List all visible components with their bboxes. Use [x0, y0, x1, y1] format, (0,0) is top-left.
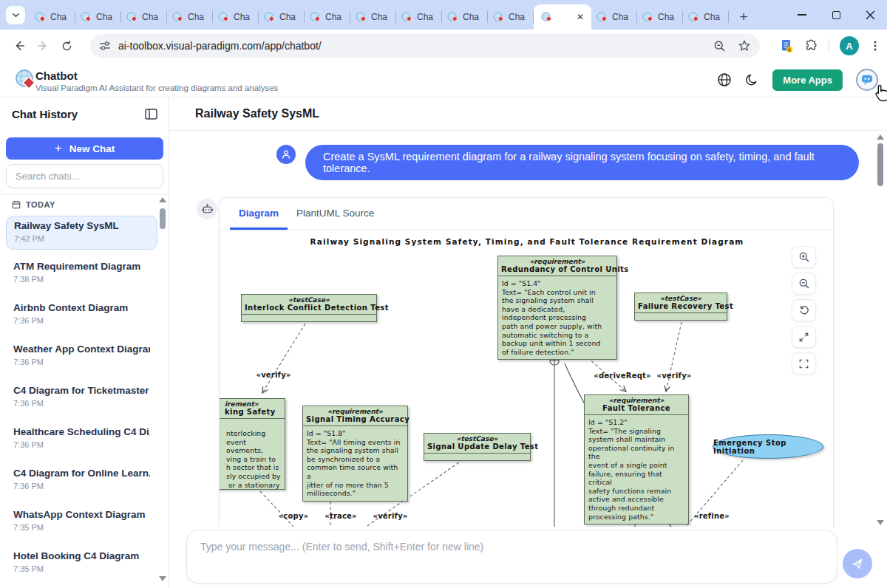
profile-avatar[interactable]: A: [840, 36, 859, 55]
chrome-menu-icon[interactable]: [869, 40, 881, 52]
chat-history-item[interactable]: Weather App Context Diagram 7:36 PM: [6, 340, 157, 374]
search-chats-input[interactable]: [6, 164, 163, 188]
sidebar-scrollbar-thumb[interactable]: [160, 208, 166, 229]
browser-tab[interactable]: Cha: [167, 6, 213, 28]
chat-item-title: Hotel Booking C4 Diagram: [13, 550, 150, 561]
tab-plantuml-source[interactable]: PlantUML Source: [288, 198, 383, 230]
address-bar[interactable]: ai-toolbox.visual-paradigm.com/app/chatb…: [90, 34, 760, 58]
language-globe-icon[interactable]: [717, 72, 732, 87]
docs-extension-icon[interactable]: [779, 38, 794, 53]
tab-close-icon[interactable]: ✕: [577, 13, 584, 21]
browser-tab[interactable]: Cha: [488, 6, 534, 28]
browser-tab[interactable]: Cha: [259, 6, 305, 28]
diagram-canvas[interactable]: Railway Signaling System Safety, Timing,…: [220, 230, 835, 527]
chat-history-item[interactable]: Healthcare Scheduling C4 Di... 7:36 PM: [6, 423, 157, 457]
fullscreen-button[interactable]: [792, 352, 816, 375]
forward-button[interactable]: [31, 34, 55, 58]
send-button[interactable]: [843, 549, 872, 578]
vp-favicon-icon: [642, 12, 653, 23]
new-tab-button[interactable]: +: [733, 7, 754, 27]
testcase-node-signal-update[interactable]: «testCase»Signal Update Delay Test: [424, 433, 531, 461]
reload-button[interactable]: [55, 34, 78, 58]
message-input[interactable]: [186, 530, 837, 584]
tab-search-button[interactable]: [6, 6, 25, 24]
browser-tab[interactable]: Cha: [305, 6, 350, 28]
expand-button[interactable]: [792, 326, 816, 348]
app-subtitle: Visual Paradigm AI Assistant for creatin…: [35, 83, 278, 92]
today-section-header: TODAY: [12, 200, 55, 209]
more-apps-button[interactable]: More Apps: [772, 69, 843, 91]
requirement-node-redundancy[interactable]: «requirement»Redundancy of Control Units…: [497, 256, 617, 360]
zoom-in-button[interactable]: [792, 246, 816, 268]
testcase-node-failure-recovery[interactable]: «testCase»Failure Recovery Test: [634, 293, 727, 321]
chat-item-title: Healthcare Scheduling C4 Di...: [13, 426, 150, 437]
chat-history-item[interactable]: WhatsApp Context Diagram 7:35 PM: [6, 505, 157, 539]
requirement-node-signal-timing[interactable]: «requirement»Signal Timing Accuracy Id =…: [302, 406, 408, 502]
zoom-out-icon: [798, 278, 810, 290]
browser-tab[interactable]: Cha: [442, 6, 488, 28]
chat-widget-button[interactable]: [856, 69, 878, 91]
send-plane-icon: [851, 557, 864, 570]
browser-tab[interactable]: Cha: [637, 6, 683, 28]
tab-diagram[interactable]: Diagram: [230, 198, 288, 230]
browser-tab[interactable]: Cha: [396, 6, 442, 28]
conversation-title-bar: Railway Safety SysML: [169, 98, 887, 131]
chat-history-item[interactable]: C4 Diagram for Ticketmaster 7:36 PM: [6, 381, 157, 415]
browser-tab[interactable]: Cha: [591, 6, 637, 28]
chat-history-item[interactable]: Hotel Booking C4 Diagram 7:35 PM: [6, 547, 157, 581]
browser-tab[interactable]: Cha: [213, 6, 259, 28]
sidebar-divider: [0, 194, 169, 195]
requirement-node-interlocking-safety[interactable]: irement»king Safety nterlocking event ov…: [220, 398, 285, 490]
chat-item-title: Railway Safety SysML: [14, 220, 149, 231]
bookmark-star-icon[interactable]: [738, 39, 751, 52]
browser-tab[interactable]: Cha: [75, 6, 121, 28]
chat-scrollbar-thumb[interactable]: [877, 143, 883, 186]
chat-item-time: 7:35 PM: [13, 564, 150, 573]
back-button[interactable]: [7, 34, 31, 58]
reset-view-button[interactable]: [792, 299, 816, 321]
vp-favicon-icon: [401, 12, 412, 23]
sidebar-scroll-up-arrow[interactable]: [159, 197, 166, 202]
chat-history-item[interactable]: Airbnb Context Diagram 7:36 PM: [6, 298, 157, 332]
sidebar-scroll-down-arrow[interactable]: [159, 576, 166, 581]
usecase-node-emergency-stop[interactable]: Emergency Stop Initiation: [713, 434, 823, 459]
chat-scroll-down-arrow[interactable]: [877, 520, 884, 525]
browser-tab[interactable]: Cha: [121, 6, 167, 28]
testcase-node-interlock[interactable]: «testCase»Interlock Conflict Detection T…: [241, 294, 377, 322]
tab-title: Cha: [371, 12, 389, 22]
chat-history-sidebar: Chat History +New Chat TODAY Railway Saf…: [0, 98, 169, 588]
chat-scroll-up-arrow[interactable]: [877, 134, 884, 140]
chevron-down-icon: [12, 11, 20, 19]
vp-favicon-icon: [81, 12, 92, 23]
browser-tab[interactable]: Cha: [350, 6, 396, 28]
chat-history-item[interactable]: C4 Diagram for Online Learn... 7:36 PM: [6, 464, 157, 498]
chat-item-time: 7:36 PM: [13, 482, 150, 490]
tab-title: Cha: [417, 12, 435, 22]
response-tabs: Diagram PlantUML Source: [220, 198, 833, 230]
person-icon: [280, 148, 292, 160]
chat-history-item[interactable]: Railway Safety SysML 7:42 PM: [6, 216, 157, 250]
dark-mode-moon-icon[interactable]: [745, 73, 759, 87]
tab-title: Cha: [50, 12, 68, 22]
browser-tab[interactable]: Cha: [30, 6, 75, 28]
window-minimize-button[interactable]: [785, 0, 819, 30]
collapse-sidebar-icon[interactable]: [145, 109, 157, 120]
node-body: Id = "S1.8" Text= "All timing events in …: [303, 426, 407, 501]
requirement-node-fault-tolerance[interactable]: «requirement»Fault Tolerance Id = "S1.2"…: [584, 394, 689, 524]
browser-tab[interactable]: Cha: [683, 6, 729, 28]
tab-title: Cha: [279, 12, 297, 22]
browser-tab-active[interactable]: ✕: [534, 4, 591, 30]
vp-favicon-icon: [597, 12, 608, 23]
edge-label-refine: «refine»: [694, 512, 730, 520]
edge-label-trace: «trace»: [324, 512, 357, 520]
profile-initial: A: [846, 41, 852, 52]
chat-message-area: Create a SysML requirement diagram for a…: [169, 131, 887, 527]
chat-history-item[interactable]: ATM Requirement Diagram 7:38 PM: [6, 257, 157, 291]
tab-title: Cha: [188, 12, 205, 22]
window-maximize-button[interactable]: [819, 0, 853, 30]
extensions-puzzle-icon[interactable]: [804, 39, 818, 53]
zoom-indicator-icon[interactable]: [713, 40, 726, 52]
zoom-out-button[interactable]: [792, 273, 816, 295]
new-chat-button[interactable]: +New Chat: [6, 137, 163, 160]
window-close-button[interactable]: [853, 0, 887, 30]
